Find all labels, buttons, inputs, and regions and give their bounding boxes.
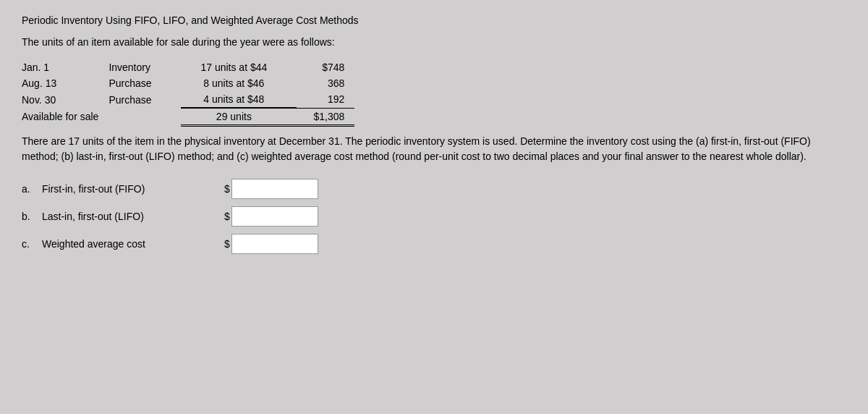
- answer-letter: c.: [22, 238, 36, 250]
- answer-letter: a.: [22, 183, 36, 195]
- table-cell-amount: 192: [297, 91, 354, 108]
- answer-row: b.Last-in, first-out (LIFO)$: [22, 206, 846, 227]
- dollar-sign-icon: $: [224, 238, 230, 250]
- table-cell-amount: $1,308: [297, 108, 354, 126]
- answer-input-wrapper: $: [224, 179, 318, 199]
- table-cell-date: Aug. 13: [22, 75, 109, 91]
- table-cell-date: Jan. 1: [22, 59, 109, 75]
- answer-label: c.Weighted average cost: [22, 238, 224, 250]
- table-cell-type: [109, 108, 181, 126]
- subtitle-text: The units of an item available for sale …: [22, 36, 846, 48]
- answer-row: c.Weighted average cost$: [22, 234, 846, 254]
- answer-input-wrapper: $: [224, 206, 318, 227]
- answer-label: b.Last-in, first-out (LIFO): [22, 211, 224, 222]
- table-cell-date: Available for sale: [22, 108, 109, 126]
- answer-label: a.First-in, first-out (FIFO): [22, 183, 224, 195]
- table-cell-type: Purchase: [109, 75, 181, 91]
- inventory-table: Jan. 1Inventory17 units at $44$748Aug. 1…: [22, 59, 354, 127]
- dollar-sign-icon: $: [224, 183, 230, 195]
- dollar-sign-icon: $: [224, 211, 230, 222]
- answer-letter: b.: [22, 211, 36, 222]
- answer-row: a.First-in, first-out (FIFO)$: [22, 179, 846, 199]
- answer-method-label: Weighted average cost: [42, 238, 145, 250]
- table-cell-units: 29 units: [181, 108, 297, 126]
- table-cell-type: Inventory: [109, 59, 181, 75]
- answer-input-lifo[interactable]: [231, 206, 318, 227]
- table-row: Nov. 30Purchase4 units at $48192: [22, 91, 354, 108]
- answer-input-weighted[interactable]: [231, 234, 318, 254]
- answer-method-label: First-in, first-out (FIFO): [42, 183, 145, 195]
- answers-section: a.First-in, first-out (FIFO)$b.Last-in, …: [22, 179, 846, 254]
- table-row: Available for sale29 units$1,308: [22, 108, 354, 126]
- main-container: Periodic Inventory Using FIFO, LIFO, and…: [22, 14, 846, 254]
- table-cell-date: Nov. 30: [22, 91, 109, 108]
- table-cell-units: 4 units at $48: [181, 91, 297, 108]
- table-cell-type: Purchase: [109, 91, 181, 108]
- description-paragraph: There are 17 units of the item in the ph…: [22, 134, 817, 164]
- table-row: Aug. 13Purchase8 units at $46368: [22, 75, 354, 91]
- table-cell-amount: $748: [297, 59, 354, 75]
- table-row: Jan. 1Inventory17 units at $44$748: [22, 59, 354, 75]
- table-cell-units: 8 units at $46: [181, 75, 297, 91]
- table-cell-amount: 368: [297, 75, 354, 91]
- table-cell-units: 17 units at $44: [181, 59, 297, 75]
- page-title: Periodic Inventory Using FIFO, LIFO, and…: [22, 14, 846, 26]
- answer-method-label: Last-in, first-out (LIFO): [42, 211, 144, 222]
- answer-input-wrapper: $: [224, 234, 318, 254]
- answer-input-fifo[interactable]: [231, 179, 318, 199]
